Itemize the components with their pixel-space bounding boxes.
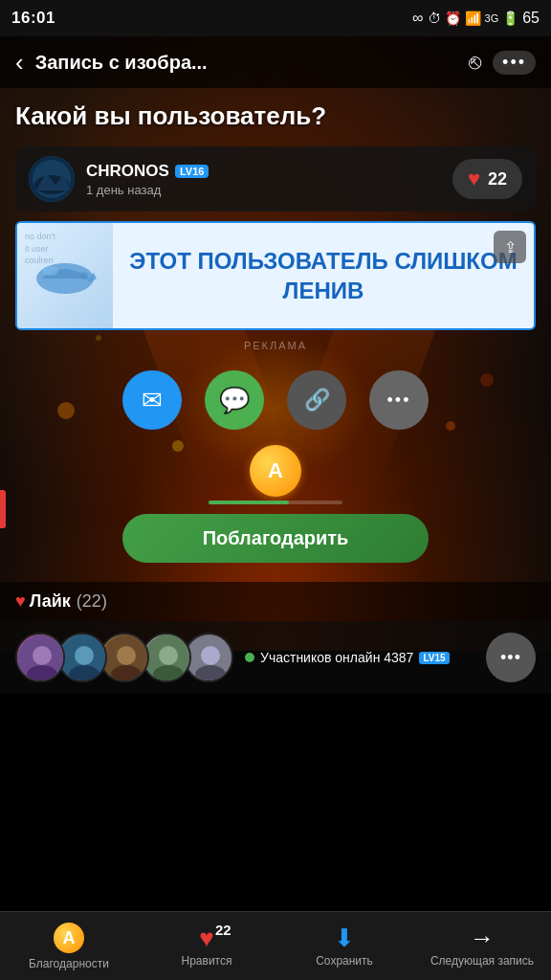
status-time: 16:01 xyxy=(11,9,55,28)
participants-text: Участников онлайн 4387 xyxy=(260,650,413,665)
post-share-icon[interactable]: ⇪ xyxy=(494,231,526,263)
thank-progress-bar xyxy=(209,501,342,504)
participant-level-badge: LV15 xyxy=(419,652,449,664)
avatar[interactable] xyxy=(29,156,75,202)
svg-point-8 xyxy=(33,646,52,665)
nav-next[interactable]: → Следующая запись xyxy=(413,925,551,968)
post-image-left xyxy=(17,223,113,328)
post-lazy-text: Этот пользователь слишком ленив xyxy=(122,246,524,305)
thanks-nav-icon: A xyxy=(54,923,84,953)
svg-point-20 xyxy=(201,646,220,665)
level-badge: LV16 xyxy=(175,165,209,178)
link-share-button[interactable]: 🔗 xyxy=(287,370,346,430)
status-bar: 16:01 ∞ ⏱ ⏰ 📶 3G 🔋 65 xyxy=(0,0,551,36)
infinity-icon: ∞ xyxy=(412,10,423,27)
nav-save-label: Сохранить xyxy=(316,954,373,968)
like-button[interactable]: ♥ 22 xyxy=(452,159,522,199)
thank-section: A Поблагодарить xyxy=(0,445,551,563)
likes-count: (22) xyxy=(77,591,107,612)
post-heading: Какой вы пользователь? xyxy=(0,88,551,139)
svg-point-14 xyxy=(117,646,136,665)
nav-thanks[interactable]: A Благодарности xyxy=(0,923,138,970)
participant-avatar-1[interactable] xyxy=(15,633,65,682)
nav-bar: ‹ Запись с изобра... ⎋ ••• xyxy=(0,36,551,88)
likes-heart-icon: ♥ xyxy=(15,591,26,612)
chat-icon: 💬 xyxy=(219,386,250,415)
likes-label: Лайк xyxy=(30,591,71,612)
more-share-button[interactable]: ••• xyxy=(369,370,429,430)
clock-icon: ⏱ xyxy=(428,11,441,26)
more-share-icon: ••• xyxy=(387,390,411,411)
post-time: 1 день назад xyxy=(86,183,209,197)
email-icon: ✉ xyxy=(142,386,163,415)
participants-more-button[interactable]: ••• xyxy=(486,633,536,682)
svg-point-5 xyxy=(43,266,58,276)
battery-icon: 🔋 xyxy=(502,11,518,26)
post-text-area: Этот пользователь слишком ленив xyxy=(113,236,534,315)
nav-likes-label: Нравится xyxy=(182,954,232,968)
svg-point-6 xyxy=(80,272,88,279)
back-button[interactable]: ‹ xyxy=(15,50,24,75)
author-card: CHRONOS LV16 1 день назад ♥ 22 xyxy=(15,146,536,212)
thank-progress-fill xyxy=(209,501,289,504)
thank-coin-icon: A xyxy=(250,445,301,497)
share-row: ✉ 💬 🔗 ••• xyxy=(0,370,551,430)
notification-dot xyxy=(0,490,6,528)
participants-info: Участников онлайн 4387 LV15 xyxy=(245,650,478,665)
wifi-icon: 📶 xyxy=(465,11,481,26)
like-count: 22 xyxy=(488,169,507,189)
more-button[interactable]: ••• xyxy=(493,51,536,75)
post-image-card: no don'tit usercoulren Этот пользователь… xyxy=(15,221,536,330)
bottom-navigation: A Благодарности ♥ 22 Нравится ⬇ Сохранит… xyxy=(0,911,551,980)
alarm-icon: ⏰ xyxy=(445,11,461,26)
svg-point-11 xyxy=(75,646,94,665)
author-name: CHRONOS xyxy=(86,162,169,181)
signal-icon: 3G xyxy=(485,12,499,24)
battery-level: 65 xyxy=(522,10,540,27)
likes-nav-count: 22 xyxy=(215,922,231,938)
share-button[interactable]: ⎋ xyxy=(469,50,481,75)
nav-thanks-label: Благодарности xyxy=(29,957,109,970)
nav-save[interactable]: ⬇ Сохранить xyxy=(276,925,413,968)
chat-share-button[interactable]: 💬 xyxy=(205,370,264,430)
ad-label: РЕКЛАМА xyxy=(0,340,551,351)
next-nav-icon: → xyxy=(470,925,495,950)
participants-row: Участников онлайн 4387 LV15 ••• xyxy=(0,621,551,694)
email-share-button[interactable]: ✉ xyxy=(122,370,182,430)
likes-section: ♥ Лайк (22) xyxy=(0,582,551,621)
svg-point-17 xyxy=(159,646,178,665)
likes-nav-icon: ♥ xyxy=(199,925,213,950)
link-icon: 🔗 xyxy=(304,388,330,412)
participants-more-icon: ••• xyxy=(500,648,521,668)
nav-likes[interactable]: ♥ 22 Нравится xyxy=(138,925,276,968)
save-nav-icon: ⬇ xyxy=(334,925,355,950)
nav-next-label: Следующая запись xyxy=(430,954,534,968)
nav-title: Запись с изобра... xyxy=(35,52,457,74)
author-info: CHRONOS LV16 1 день назад xyxy=(86,162,209,197)
thank-button[interactable]: Поблагодарить xyxy=(122,514,429,563)
heart-icon: ♥ xyxy=(468,167,480,191)
online-indicator xyxy=(245,653,254,662)
